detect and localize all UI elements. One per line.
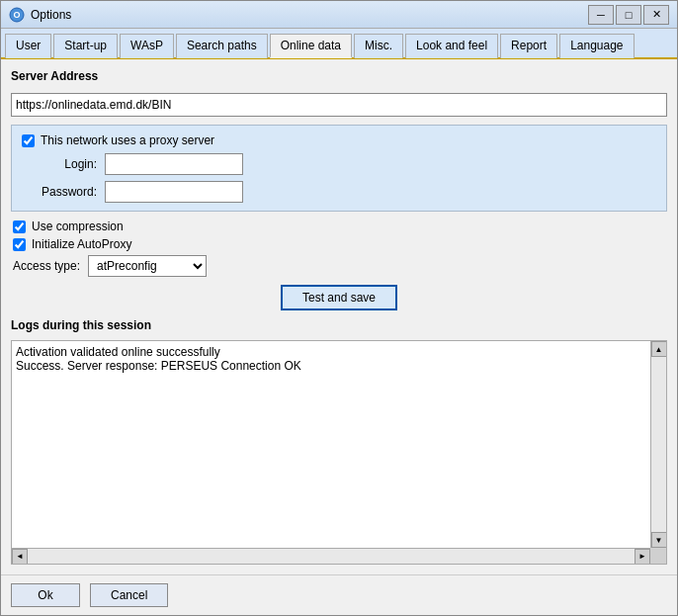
- scroll-left-arrow[interactable]: ◄: [12, 549, 28, 565]
- test-save-button[interactable]: Test and save: [281, 285, 397, 310]
- use-compression-checkbox[interactable]: [13, 220, 26, 233]
- server-address-section: Server Address: [11, 69, 667, 117]
- main-content: Server Address This network uses a proxy…: [1, 59, 677, 574]
- tab-wasp[interactable]: WAsP: [120, 34, 174, 58]
- test-save-container: Test and save: [11, 285, 667, 310]
- use-proxy-label: This network uses a proxy server: [41, 133, 214, 147]
- logs-section: Logs during this session Activation vali…: [11, 318, 667, 565]
- tab-start-up[interactable]: Start-up: [53, 34, 118, 58]
- server-address-label: Server Address: [11, 69, 667, 83]
- cancel-button[interactable]: Cancel: [90, 583, 168, 607]
- use-proxy-row: This network uses a proxy server: [22, 133, 656, 147]
- tab-online-data[interactable]: Online data: [270, 34, 352, 58]
- logs-section-label: Logs during this session: [11, 318, 667, 332]
- init-autoproxy-label: Initialize AutoProxy: [32, 237, 131, 251]
- access-type-row: Access type: atPreconfig atDirect atProx…: [13, 255, 667, 277]
- maximize-button[interactable]: □: [616, 5, 641, 25]
- window-icon: O: [9, 7, 25, 23]
- scroll-right-arrow[interactable]: ►: [635, 549, 650, 565]
- extra-options: Use compression Initialize AutoProxy Acc…: [11, 220, 667, 277]
- access-type-label: Access type:: [13, 259, 80, 273]
- login-label: Login:: [42, 157, 97, 171]
- tab-search-paths[interactable]: Search paths: [176, 34, 268, 58]
- proxy-section: This network uses a proxy server Login: …: [11, 125, 667, 212]
- tab-user[interactable]: User: [5, 34, 51, 58]
- scrollbar-corner: [650, 548, 666, 564]
- window-title: Options: [31, 8, 588, 22]
- scroll-up-arrow[interactable]: ▲: [651, 341, 667, 357]
- password-input[interactable]: [105, 181, 243, 203]
- options-window: O Options ─ □ ✕ User Start-up WAsP Searc…: [0, 0, 678, 616]
- footer: Ok Cancel: [1, 574, 677, 615]
- log-line-1: Activation validated online successfully: [16, 345, 646, 359]
- proxy-fields: Login: Password:: [22, 153, 656, 203]
- minimize-button[interactable]: ─: [588, 5, 614, 25]
- access-type-select[interactable]: atPreconfig atDirect atProxy: [88, 255, 207, 277]
- vertical-scrollbar[interactable]: ▲ ▼: [650, 341, 666, 548]
- svg-text:O: O: [13, 10, 20, 20]
- horizontal-scrollbar[interactable]: ◄ ►: [12, 548, 650, 564]
- log-line-2: Success. Server response: PERSEUS Connec…: [16, 359, 646, 373]
- logs-content: Activation validated online successfully…: [16, 345, 662, 560]
- scroll-track[interactable]: [651, 357, 666, 532]
- tabs-bar: User Start-up WAsP Search paths Online d…: [1, 29, 677, 59]
- tab-language[interactable]: Language: [559, 34, 634, 58]
- title-bar: O Options ─ □ ✕: [1, 1, 677, 29]
- login-input[interactable]: [105, 153, 243, 175]
- window-controls: ─ □ ✕: [588, 5, 669, 25]
- h-scroll-track[interactable]: [28, 549, 635, 564]
- tab-misc[interactable]: Misc.: [354, 34, 403, 58]
- password-label: Password:: [42, 185, 97, 199]
- scroll-down-arrow[interactable]: ▼: [651, 532, 667, 548]
- use-compression-row: Use compression: [13, 220, 667, 233]
- use-compression-label: Use compression: [32, 220, 124, 233]
- ok-button[interactable]: Ok: [11, 583, 80, 607]
- close-button[interactable]: ✕: [643, 5, 669, 25]
- tab-report[interactable]: Report: [500, 34, 557, 58]
- use-proxy-checkbox[interactable]: [22, 134, 35, 147]
- tab-look-and-feel[interactable]: Look and feel: [405, 34, 498, 58]
- server-url-input[interactable]: [11, 93, 667, 117]
- logs-box: Activation validated online successfully…: [11, 340, 667, 565]
- init-autoproxy-row: Initialize AutoProxy: [13, 237, 667, 251]
- init-autoproxy-checkbox[interactable]: [13, 238, 26, 251]
